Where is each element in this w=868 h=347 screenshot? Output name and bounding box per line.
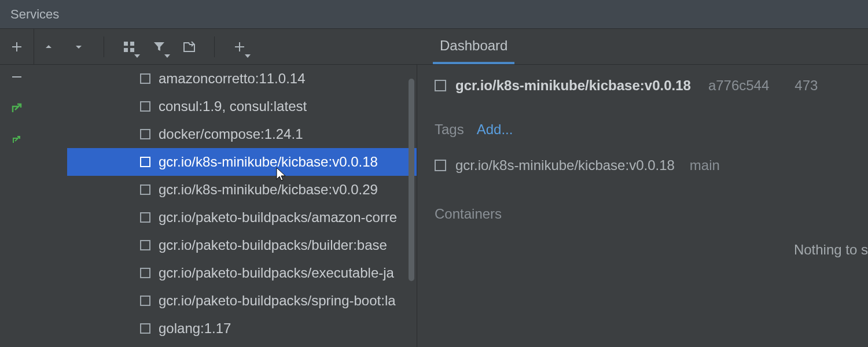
list-item-label: gcr.io/paketo-buildpacks/builder:base [159, 237, 387, 253]
list-item[interactable]: gcr.io/k8s-minikube/kicbase:v0.0.18 [67, 148, 417, 176]
image-icon [435, 80, 446, 91]
svg-rect-3 [130, 48, 134, 52]
detail-tabs: Dashboard [415, 29, 868, 64]
image-icon [140, 268, 150, 278]
tag-entry[interactable]: gcr.io/k8s-minikube/kicbase:v0.0.18 main [435, 157, 868, 174]
detail-panel: gcr.io/k8s-minikube/kicbase:v0.0.18 a776… [417, 65, 868, 347]
image-list[interactable]: amazoncorretto:11.0.14consul:1.9, consul… [67, 65, 417, 347]
scrollbar[interactable] [409, 79, 414, 281]
containers-label: Containers [435, 206, 868, 222]
open-tab-icon[interactable] [181, 38, 198, 56]
separator [214, 36, 215, 57]
tags-row: Tags Add... [435, 121, 868, 138]
panel-title-text: Services [10, 7, 59, 22]
list-item[interactable]: golang:1.17 [67, 315, 417, 342]
toolbar-row: Dashboard [0, 29, 868, 65]
list-item[interactable]: gcr.io/paketo-buildpacks/spring-boot:la [67, 287, 417, 315]
list-item-label: consul:1.9, consul:latest [159, 98, 307, 115]
image-icon [140, 101, 150, 112]
image-icon [140, 240, 150, 250]
group-by-icon[interactable] [120, 38, 138, 56]
svg-rect-2 [124, 48, 128, 52]
open-small-icon[interactable] [9, 132, 24, 147]
image-icon [140, 73, 150, 84]
add-icon[interactable] [9, 39, 24, 54]
tag-name: gcr.io/k8s-minikube/kicbase:v0.0.18 [455, 157, 675, 174]
image-icon [140, 212, 150, 223]
list-toolbar [34, 29, 415, 64]
image-name: gcr.io/k8s-minikube/kicbase:v0.0.18 [455, 77, 691, 94]
remove-icon[interactable] [9, 69, 24, 84]
filter-icon[interactable] [150, 38, 168, 56]
image-size: 473 [795, 77, 818, 94]
image-icon [140, 184, 150, 195]
image-hash: a776c544 [708, 77, 769, 94]
svg-rect-0 [124, 42, 128, 46]
list-item-label: docker/compose:1.24.1 [159, 126, 303, 142]
main-area: amazoncorretto:11.0.14consul:1.9, consul… [0, 65, 868, 347]
image-icon [140, 323, 150, 334]
list-item-label: gcr.io/paketo-buildpacks/spring-boot:la [159, 293, 396, 309]
expand-all-icon[interactable] [40, 38, 57, 56]
containers-empty-text: Nothing to s [435, 242, 868, 258]
list-item[interactable]: docker/compose:1.24.1 [67, 120, 417, 148]
list-item-label: gcr.io/k8s-minikube/kicbase:v0.0.29 [159, 182, 378, 198]
open-window-icon[interactable] [9, 101, 24, 116]
list-item[interactable]: consul:1.9, consul:latest [67, 93, 417, 120]
list-item-label: amazoncorretto:11.0.14 [159, 71, 306, 87]
image-list-panel: amazoncorretto:11.0.14consul:1.9, consul… [0, 65, 417, 347]
tab-label: Dashboard [440, 38, 507, 53]
image-icon [435, 160, 446, 171]
list-item[interactable]: gcr.io/paketo-buildpacks/executable-ja [67, 259, 417, 287]
list-item[interactable]: gcr.io/paketo-buildpacks/amazon-corre [67, 204, 417, 231]
detail-header: gcr.io/k8s-minikube/kicbase:v0.0.18 a776… [435, 77, 868, 94]
image-icon [140, 129, 150, 139]
separator [104, 36, 104, 57]
vertical-toolbar [0, 29, 34, 64]
list-item[interactable]: amazoncorretto:11.0.14 [67, 65, 417, 93]
list-item[interactable]: gcr.io/k8s-minikube/kicbase:v0.0.29 [67, 176, 417, 204]
image-icon [140, 157, 150, 167]
tags-label: Tags [435, 121, 464, 138]
list-item-label: gcr.io/paketo-buildpacks/amazon-corre [159, 209, 397, 226]
tab-dashboard[interactable]: Dashboard [433, 31, 514, 64]
list-item-label: gcr.io/k8s-minikube/kicbase:v0.0.18 [159, 154, 378, 170]
tag-version: main [690, 157, 720, 174]
svg-rect-1 [130, 42, 134, 46]
list-item[interactable]: gcr.io/paketo-buildpacks/builder:base [67, 231, 417, 259]
image-icon [140, 296, 150, 306]
panel-title: Services [0, 0, 868, 29]
add-service-icon[interactable] [231, 38, 248, 56]
vertical-toolbar-lower [0, 65, 34, 347]
add-tag-link[interactable]: Add... [477, 121, 513, 138]
list-item-label: gcr.io/paketo-buildpacks/executable-ja [159, 265, 394, 281]
collapse-all-icon[interactable] [70, 38, 87, 56]
list-item-label: golang:1.17 [159, 320, 231, 337]
